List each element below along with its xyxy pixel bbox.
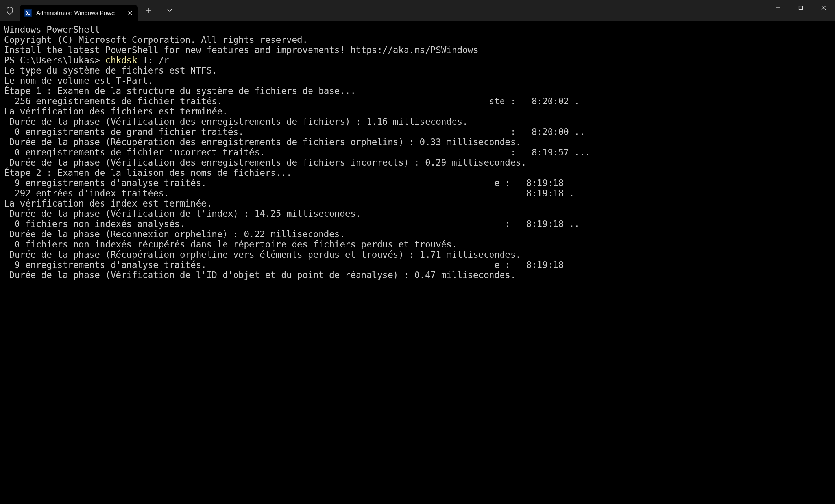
terminal-line: 0 fichiers non indexés analysés. : 8:19:… [4, 219, 831, 229]
maximize-button[interactable] [789, 0, 812, 16]
terminal-line: 0 enregistrements de fichier incorrect t… [4, 147, 831, 157]
minimize-button[interactable] [767, 0, 789, 16]
terminal-line: Durée de la phase (Vérification de l'ind… [4, 209, 831, 219]
terminal-line: La vérification des fichiers est terminé… [4, 106, 831, 116]
terminal-line: Windows PowerShell [4, 24, 831, 35]
svg-rect-0 [25, 10, 31, 16]
terminal-line: Le nom de volume est T-Part. [4, 76, 831, 86]
terminal-line: Le type du système de fichiers est NTFS. [4, 65, 831, 76]
terminal-line: Durée de la phase (Récupération des enre… [4, 137, 831, 147]
tab-dropdown-button[interactable] [162, 3, 177, 18]
new-tab-button[interactable] [141, 3, 157, 18]
terminal-line: 9 enregistrements d'analyse traités. e :… [4, 178, 831, 188]
terminal-line: Durée de la phase (Vérification des enre… [4, 116, 831, 127]
terminal-pane[interactable]: Windows PowerShellCopyright (C) Microsof… [0, 21, 835, 504]
active-tab[interactable]: Administrator: Windows Powe [20, 5, 138, 21]
powershell-icon [24, 9, 32, 17]
terminal-line: Étape 2 : Examen de la liaison des noms … [4, 168, 831, 178]
shield-icon [0, 0, 20, 21]
close-window-button[interactable] [812, 0, 835, 16]
title-bar: Administrator: Windows Powe [0, 0, 835, 21]
window-root: Administrator: Windows Powe [0, 0, 835, 504]
terminal-line: 0 enregistrements de grand fichier trait… [4, 127, 831, 137]
tab-title: Administrator: Windows Powe [36, 9, 122, 16]
terminal-line: Copyright (C) Microsoft Corporation. All… [4, 35, 831, 45]
separator [159, 6, 159, 15]
terminal-line: 292 entrées d'index traitées. 8:19:18 . [4, 188, 831, 198]
terminal-line: PS C:\Users\lukas> chkdsk T: /r [4, 55, 831, 65]
terminal-line: Durée de la phase (Reconnexion orpheline… [4, 229, 831, 239]
terminal-line: Durée de la phase (Vérification des enre… [4, 157, 831, 168]
title-bar-actions [141, 3, 177, 18]
terminal-line: Install the latest PowerShell for new fe… [4, 45, 831, 55]
terminal-line: 0 fichiers non indexés récupérés dans le… [4, 239, 831, 249]
terminal-line: Durée de la phase (Récupération orphelin… [4, 249, 831, 260]
terminal-line: Étape 1 : Examen de la structure du syst… [4, 86, 831, 96]
close-tab-button[interactable] [126, 9, 135, 17]
svg-rect-7 [799, 6, 803, 9]
terminal-line: Durée de la phase (Vérification de l'ID … [4, 270, 831, 280]
terminal-line: La vérification des index est terminée. [4, 198, 831, 209]
terminal-line: 9 enregistrements d'analyse traités. e :… [4, 260, 831, 270]
terminal-line: 256 enregistrements de fichier traités. … [4, 96, 831, 106]
window-controls [767, 0, 835, 21]
